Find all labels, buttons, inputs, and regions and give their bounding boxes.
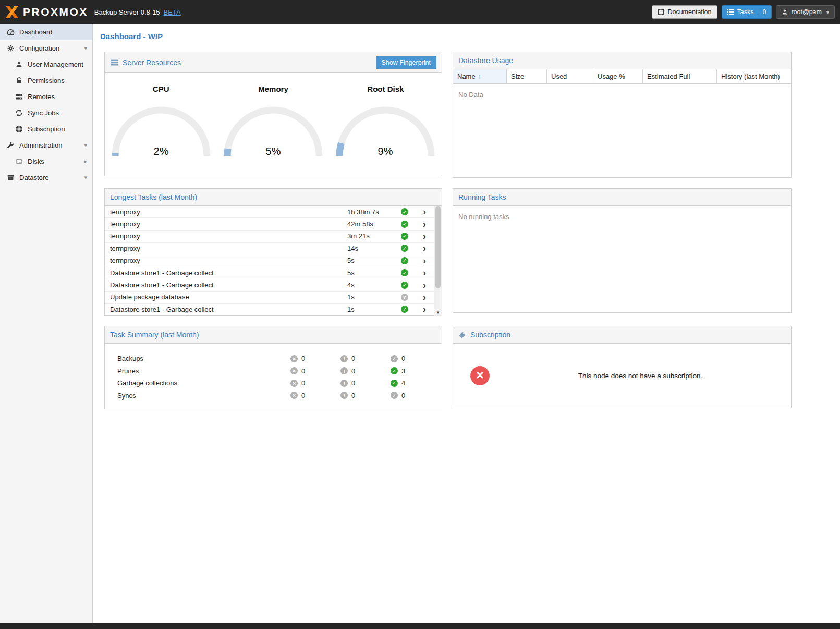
- sidebar-item-label: Permissions: [28, 77, 65, 84]
- summary-label: Prunes: [117, 367, 290, 375]
- resource-gauges: CPU 2% Memory 5% Root Di: [105, 73, 442, 159]
- sidebar-item-label: Dashboard: [19, 28, 53, 36]
- task-row[interactable]: termproxy 5s ›: [105, 255, 434, 267]
- chevron-down-icon: ▾: [84, 174, 87, 181]
- sidebar-item-label: Configuration: [19, 44, 59, 52]
- sidebar-item-label: Sync Jobs: [28, 109, 59, 117]
- task-name: Datastore store1 - Garbage collect: [105, 281, 347, 289]
- tachometer-icon: [6, 28, 15, 37]
- task-status-icon: [401, 282, 408, 289]
- task-row[interactable]: termproxy 1h 38m 7s ›: [105, 206, 434, 218]
- task-duration: 1s: [347, 306, 394, 313]
- column-header-size[interactable]: Size: [507, 69, 547, 83]
- show-fingerprint-button[interactable]: Show Fingerprint: [376, 56, 437, 69]
- column-header-name[interactable]: Name ↑: [453, 69, 507, 83]
- task-row[interactable]: Datastore store1 - Garbage collect 4s ›: [105, 279, 434, 291]
- task-list-icon: [727, 9, 734, 15]
- datastore-table-header: Name ↑ Size Used Usage % Estimated Full …: [453, 69, 791, 84]
- task-open-chevron-icon[interactable]: ›: [415, 281, 434, 290]
- sidebar-item-permissions[interactable]: Permissions: [0, 72, 92, 89]
- sidebar-item-disks[interactable]: Disks ▸: [0, 153, 92, 170]
- ok-count: 0: [401, 392, 405, 400]
- sidebar-item-datastore[interactable]: Datastore ▾: [0, 170, 92, 186]
- error-count: 0: [301, 392, 305, 400]
- sidebar-item-label: Datastore: [19, 174, 48, 182]
- sidebar-item-user-management[interactable]: User Management: [0, 56, 92, 72]
- panel-title: Datastore Usage: [458, 56, 513, 65]
- warning-count-icon: [340, 392, 348, 399]
- gears-icon: [6, 44, 15, 53]
- task-open-chevron-icon[interactable]: ›: [415, 244, 434, 253]
- task-row[interactable]: termproxy 14s ›: [105, 243, 434, 255]
- running-tasks-header: Running Tasks: [453, 189, 791, 206]
- running-tasks-empty-text: No running tasks: [453, 206, 791, 227]
- sidebar: Dashboard Configuration ▾ User Managemen…: [0, 24, 93, 623]
- proxmox-logo-x-icon: [5, 6, 19, 18]
- task-name: Datastore store1 - Garbage collect: [105, 269, 347, 277]
- task-name: Datastore store1 - Garbage collect: [105, 306, 347, 313]
- panel-title: Server Resources: [123, 58, 181, 67]
- ticket-icon: [458, 331, 466, 339]
- task-name: termproxy: [105, 220, 347, 228]
- task-row[interactable]: Datastore store1 - Garbage collect 5s ›: [105, 267, 434, 279]
- tasks-count-badge: 0: [758, 8, 766, 16]
- chevron-down-icon: ▾: [84, 45, 87, 52]
- task-status-icon: [401, 257, 408, 264]
- sidebar-item-label: Subscription: [28, 125, 65, 133]
- sidebar-item-dashboard[interactable]: Dashboard: [0, 24, 92, 40]
- task-open-chevron-icon[interactable]: ›: [415, 220, 434, 229]
- subscription-message: This node does not have a subscription.: [490, 372, 791, 380]
- topbar: PROXMOX Backup Server 0.8-15 BETA Docume…: [0, 0, 840, 24]
- task-status-icon: [401, 233, 408, 240]
- scroll-down-button[interactable]: ▼: [434, 310, 442, 315]
- server-resources-icon: [110, 58, 118, 67]
- chevron-down-icon: ▾: [826, 9, 829, 15]
- sidebar-item-administration[interactable]: Administration ▾: [0, 137, 92, 153]
- tasks-button[interactable]: Tasks 0: [722, 5, 772, 19]
- task-row[interactable]: Update package database 1s ›: [105, 292, 434, 304]
- beta-link[interactable]: BETA: [164, 8, 181, 16]
- column-header-usage-percent[interactable]: Usage %: [593, 69, 643, 83]
- sidebar-item-sync-jobs[interactable]: Sync Jobs: [0, 105, 92, 121]
- book-icon: [658, 9, 664, 16]
- task-open-chevron-icon[interactable]: ›: [415, 256, 434, 265]
- user-menu-button[interactable]: root@pam ▾: [776, 5, 835, 19]
- task-open-chevron-icon[interactable]: ›: [415, 232, 434, 241]
- sidebar-item-remotes[interactable]: Remotes: [0, 89, 92, 105]
- longest-tasks-panel: Longest Tasks (last Month) termproxy 1h …: [104, 188, 442, 316]
- task-open-chevron-icon[interactable]: ›: [415, 305, 434, 314]
- task-status-icon: [401, 221, 408, 228]
- task-status-icon: [401, 294, 408, 301]
- ok-count-icon: [391, 367, 398, 374]
- column-header-history[interactable]: History (last Month): [717, 69, 791, 83]
- server-resources-panel: Server Resources Show Fingerprint CPU 2%…: [104, 52, 442, 176]
- sidebar-item-configuration[interactable]: Configuration ▾: [0, 40, 92, 56]
- task-open-chevron-icon[interactable]: ›: [415, 293, 434, 302]
- error-count: 0: [301, 367, 305, 375]
- longest-tasks-header: Longest Tasks (last Month): [105, 189, 442, 206]
- scrollbar-thumb[interactable]: [435, 206, 441, 288]
- warning-count-icon: [340, 355, 348, 362]
- longest-tasks-list: termproxy 1h 38m 7s › termproxy 42m 58s …: [105, 206, 442, 316]
- documentation-button[interactable]: Documentation: [652, 5, 717, 19]
- task-open-chevron-icon[interactable]: ›: [415, 207, 434, 216]
- subscription-header: Subscription: [453, 326, 791, 344]
- gauge-value: 2%: [153, 146, 168, 157]
- sidebar-item-subscription[interactable]: Subscription: [0, 121, 92, 137]
- task-row[interactable]: Datastore store1 - Garbage collect 1s ›: [105, 304, 434, 316]
- scrollbar[interactable]: ▼: [434, 206, 442, 316]
- ok-count: 3: [401, 367, 405, 375]
- task-duration: 5s: [347, 257, 394, 264]
- cpu-gauge: CPU 2%: [105, 84, 217, 159]
- column-header-used[interactable]: Used: [547, 69, 593, 83]
- error-count-icon: [290, 367, 298, 374]
- sidebar-item-label: User Management: [28, 61, 83, 68]
- error-count: 0: [301, 355, 305, 362]
- task-row[interactable]: termproxy 3m 21s ›: [105, 231, 434, 243]
- task-open-chevron-icon[interactable]: ›: [415, 268, 434, 277]
- product-version: Backup Server 0.8-15: [94, 8, 160, 16]
- ok-count-icon: [391, 392, 398, 399]
- warning-count-icon: [340, 367, 348, 374]
- column-header-estimated-full[interactable]: Estimated Full: [643, 69, 717, 83]
- task-row[interactable]: termproxy 42m 58s ›: [105, 218, 434, 230]
